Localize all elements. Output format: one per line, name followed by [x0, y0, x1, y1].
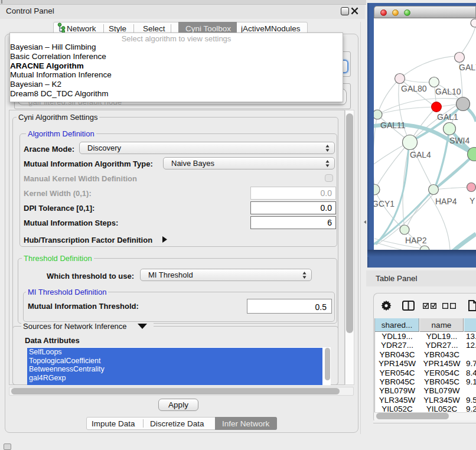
- svg-text:GAL80: GAL80: [401, 84, 427, 93]
- svg-text:Y: Y: [470, 196, 475, 206]
- svg-text:GCY1: GCY1: [374, 199, 395, 208]
- svg-text:HAP4: HAP4: [435, 197, 457, 206]
- svg-text:SWI4: SWI4: [449, 136, 470, 145]
- svg-text:GAL10: GAL10: [435, 87, 461, 96]
- svg-text:GAL7: GAL7: [459, 63, 476, 72]
- svg-text:GAL4: GAL4: [410, 150, 431, 159]
- svg-text:GAL1: GAL1: [437, 112, 458, 122]
- svg-text:GAL11: GAL11: [380, 120, 406, 130]
- svg-text:HAP2: HAP2: [405, 236, 427, 245]
